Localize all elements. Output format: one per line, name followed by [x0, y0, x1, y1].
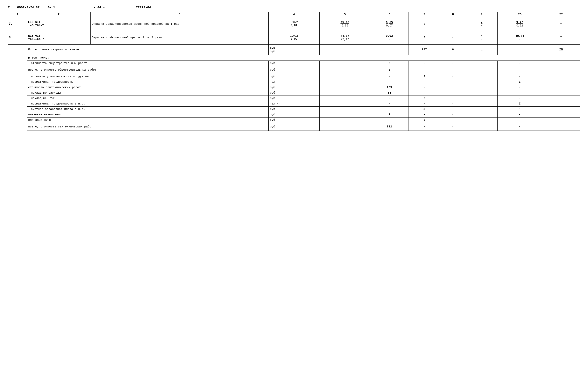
table-row: 7. ЕI5-6II таб.I64-I Окраска воздухопров…	[8, 17, 580, 31]
table-row: 8. ЕI5-6I3 таб.I64-7 Окраска труб маслян…	[8, 31, 580, 44]
row-col7: I	[408, 31, 440, 44]
header-right: 22779-04	[136, 6, 151, 9]
row-code: ЕI5-6I3 таб.I64-7	[27, 31, 91, 44]
summary-subtitle: в том числе:	[27, 55, 580, 61]
main-table: I 2 3 4 5 6 7 8 9 IO II 7. ЕI5-6II таб.I…	[8, 12, 580, 131]
summary-detail-row: всего, стоимость сантехнических работ ру…	[8, 123, 580, 130]
row-col10: 9,76 0,22	[498, 17, 542, 31]
summary-detail-row: всего, стоимость общестроительных работ …	[8, 66, 580, 74]
summary-subtitle-row: в том числе:	[8, 55, 580, 61]
col-header-2: 2	[27, 12, 91, 17]
col-header-8: 8	[440, 12, 466, 17]
summary-col11: I5	[542, 44, 580, 55]
row-description: Окраска воздухопроводов масля-ной краско…	[90, 17, 268, 31]
page-header: Т.п. 090I-9-24.87 Лл.J - 44 - 22779-04	[8, 6, 580, 9]
summary-detail-row: сметная заработная плата в н.р. руб. - 3…	[8, 107, 580, 112]
detail-label-1: стоимость общестроительных работ	[27, 61, 269, 66]
col-header-11: II	[542, 12, 580, 17]
col-header-10: IO	[498, 12, 542, 17]
col-header-4: 4	[269, 12, 320, 17]
summary-detail-row: плановые НУЧП руб. - 5 - -	[8, 117, 580, 123]
col-header-3: 3	[90, 12, 268, 17]
header-center: - 44 -	[94, 6, 105, 9]
summary-col8: 8	[440, 44, 466, 55]
row-col9: = -	[466, 31, 497, 44]
row-number: 8.	[8, 31, 27, 44]
col-header-9: 9	[466, 12, 497, 17]
row-col6: 0,55 0,I7	[370, 17, 408, 31]
summary-detail-row: нормативная трудоемкость в н.р. чел.-ч -…	[8, 101, 580, 107]
summary-detail-row: накладные расходы руб. I4 - - -	[8, 90, 580, 96]
row-description: Окраска труб масляной крас-кой за 2 раза	[90, 31, 268, 44]
col-header-6: 6	[370, 12, 408, 17]
detail-col6-1: 2	[370, 61, 408, 66]
detail-label-2: всего, стоимость общестроительных работ	[27, 66, 269, 74]
summary-itogo-row: Итого прямые затраты по смете руб. руб. …	[8, 44, 580, 55]
summary-col7: III	[408, 44, 440, 55]
row-col8: -	[440, 17, 466, 31]
summary-col9: =	[466, 44, 497, 55]
summary-detail-row: накладные НУЧП руб. - 6 ~ -	[8, 96, 580, 101]
detail-unit-2: руб.	[269, 66, 320, 74]
row-col10: 40,74 -	[498, 31, 542, 44]
summary-detail-row: норматив.условно-чистая продукция руб. -…	[8, 74, 580, 79]
summary-detail-row: плановые накопления руб. 9 - - -	[8, 112, 580, 117]
row-col11: =	[542, 17, 580, 31]
row-col11: I -	[542, 31, 580, 44]
row-col9: = -	[466, 17, 497, 31]
header-left: Т.п. 090I-9-24.87	[8, 6, 40, 9]
detail-unit-1: руб.	[269, 61, 320, 66]
row-number: 7.	[8, 17, 27, 31]
summary-detail-row: стоимость общестроительных работ руб. 2 …	[8, 61, 580, 66]
header-middle: Лл.J	[47, 6, 55, 9]
row-code: ЕI5-6II таб.I64-I	[27, 17, 91, 31]
summary-itogo-unit: руб. руб.	[269, 44, 320, 55]
row-col5: 25,98 5,35	[319, 17, 370, 31]
row-col6: 0,03 -	[370, 31, 408, 44]
column-headers: I 2 3 4 5 6 7 8 9 IO II	[8, 12, 580, 17]
summary-detail-row: стоимость сантехнических работ руб. I09 …	[8, 85, 580, 90]
row-unit-qty: I00м2 0,02	[269, 31, 320, 44]
col-header-7: 7	[408, 12, 440, 17]
summary-detail-row: нормативная трудоемкость чел.-ч - - - I	[8, 79, 580, 85]
row-unit-qty: I00м2 0,0I	[269, 17, 320, 31]
row-col5: 44,57 22,47	[319, 31, 370, 44]
col-header-1: I	[8, 12, 27, 17]
row-col8: -	[440, 31, 466, 44]
row-col7: I	[408, 17, 440, 31]
summary-itogo-label: Итого прямые затраты по смете	[27, 44, 269, 55]
col-header-5: 5	[319, 12, 370, 17]
